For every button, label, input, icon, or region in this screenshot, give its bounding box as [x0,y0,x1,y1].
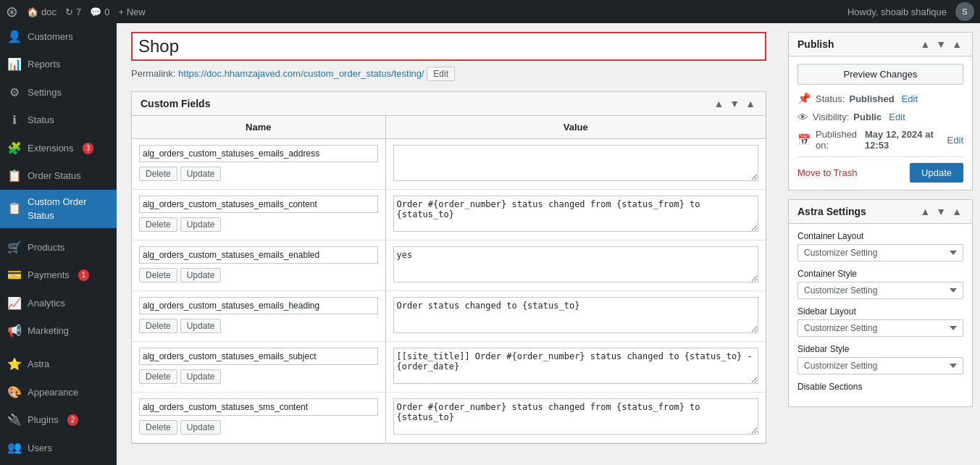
sidebar-layout-select[interactable]: Customizer Setting [797,319,963,337]
sidebar-item-astra[interactable]: ⭐ Astra [0,351,117,378]
custom-fields-header: Custom Fields ▲ ▼ ▲ [132,92,766,116]
status-edit-link[interactable]: Edit [902,93,918,104]
update-button-0[interactable]: Update [180,167,222,181]
container-layout-label: Container Layout [797,231,963,241]
avatar[interactable]: S [955,2,974,21]
plugins-badge: 2 [67,414,79,426]
cf-value-textarea-5[interactable]: Order #{order_number} status changed fro… [393,398,759,435]
delete-button-0[interactable]: Delete [139,167,177,181]
sidebar-item-analytics[interactable]: 📈 Analytics [0,290,117,317]
published-edit-link[interactable]: Edit [947,135,963,146]
container-layout-row: Container Layout Customizer Setting [797,231,963,261]
visibility-icon: 👁 [797,111,808,123]
sidebar-item-customers[interactable]: 👤 Customers [0,23,117,51]
sidebar-item-label: Status [28,114,54,127]
update-button-4[interactable]: Update [180,369,222,384]
permalink-edit-button[interactable]: Edit [427,67,455,81]
sidebar-item-tools[interactable]: 🔧 Tools [0,462,117,465]
delete-button-1[interactable]: Delete [139,217,177,232]
status-icon: 📌 [797,92,811,105]
cf-name-input-0[interactable] [139,145,378,162]
comments-link[interactable]: 💬 0 [90,7,109,17]
sidebar-item-custom-order-status[interactable]: 📋 Custom Order Status [0,190,117,227]
publish-box-body: Preview Changes 📌 Status: Published Edit… [789,56,972,190]
disable-sections-label: Disable Sections [797,382,963,392]
delete-button-2[interactable]: Delete [139,268,177,282]
sidebar-item-extensions[interactable]: 🧩 Extensions 3 [0,135,117,162]
users-icon: 👥 [7,440,22,456]
update-button-2[interactable]: Update [180,268,222,282]
publish-footer: Move to Trash Update [797,156,963,183]
delete-button-5[interactable]: Delete [139,420,177,435]
publish-collapse-down[interactable]: ▼ [934,38,947,50]
sidebar-item-payments[interactable]: 💳 Payments 1 [0,261,117,289]
sidebar-item-reports[interactable]: 📊 Reports [0,51,117,78]
publish-close[interactable]: ▲ [950,38,963,50]
cf-value-textarea-3[interactable]: Order status changed to {status_to} [393,297,759,333]
cf-name-input-3[interactable] [139,297,378,314]
sidebar-item-label: Users [28,442,52,455]
sidebar-item-label: Reports [28,58,61,71]
value-column-header: Value [385,116,766,139]
sidebar-style-select[interactable]: Customizer Setting [797,357,963,374]
updates-link[interactable]: ↻ 7 [65,7,81,17]
sidebar-item-marketing[interactable]: 📢 Marketing [0,317,117,345]
settings-icon: ⚙ [7,85,22,101]
cf-name-input-4[interactable] [139,348,378,365]
sidebar-item-status[interactable]: ℹ Status [0,106,117,134]
cf-name-cell-1: Delete Update [132,190,385,240]
cf-value-textarea-1[interactable]: Order #{order_number} status changed fro… [393,196,759,232]
update-button[interactable]: Update [910,163,963,183]
astra-collapse-down[interactable]: ▼ [934,206,947,217]
customers-icon: 👤 [7,29,22,45]
astra-box-body: Container Layout Customizer Setting Cont… [789,224,972,406]
sidebar-item-products[interactable]: 🛒 Products [0,234,117,261]
cf-name-cell-3: Delete Update [132,291,385,342]
published-row: 📅 Published on: May 12, 2024 at 12:53 Ed… [797,129,963,151]
delete-button-3[interactable]: Delete [139,319,177,333]
custom-fields-metabox: Custom Fields ▲ ▼ ▲ Name Value [131,91,766,444]
move-to-trash-link[interactable]: Move to Trash [797,167,857,178]
visibility-row: 👁 Visibility: Public Edit [797,111,963,123]
wp-logo-icon[interactable]: ⊛ [6,3,18,20]
metabox-close[interactable]: ▲ [744,98,757,109]
sidebar-item-users[interactable]: 👥 Users [0,434,117,461]
sidebar-item-label: Analytics [28,297,65,310]
sidebar-item-settings[interactable]: ⚙ Settings [0,79,117,106]
table-row: Delete Update Order #{order_number} stat… [132,190,766,240]
container-style-label: Container Style [797,269,963,279]
container-style-select[interactable]: Customizer Setting [797,282,963,299]
astra-close[interactable]: ▲ [950,206,963,217]
container-layout-select[interactable]: Customizer Setting [797,244,963,261]
sidebar-item-label: Custom Order Status [28,196,109,222]
cf-value-textarea-4[interactable]: [[site_title]] Order #{order_number} sta… [393,348,759,384]
sidebar-item-appearance[interactable]: 🎨 Appearance [0,379,117,406]
page-title-input[interactable] [138,36,759,56]
metabox-collapse-up[interactable]: ▲ [712,98,725,109]
new-button[interactable]: + New [118,7,145,17]
delete-button-4[interactable]: Delete [139,369,177,384]
cf-value-textarea-0[interactable] [393,145,759,181]
site-link[interactable]: 🏠 doc [27,7,56,17]
astra-title: Astra Settings [797,206,866,217]
publish-box: Publish ▲ ▼ ▲ Preview Changes 📌 Status: … [788,32,973,190]
preview-changes-button[interactable]: Preview Changes [797,64,963,85]
permalink-url[interactable]: https://doc.hhamzajaved.com/custom_order… [178,68,424,79]
sidebar-item-order-status[interactable]: 📋 Order Status [0,162,117,190]
plugins-icon: 🔌 [7,412,22,428]
update-button-1[interactable]: Update [180,217,222,232]
update-button-5[interactable]: Update [180,420,222,435]
astra-collapse-up[interactable]: ▲ [918,206,931,217]
visibility-edit-link[interactable]: Edit [889,112,905,122]
metabox-collapse-down[interactable]: ▼ [728,98,741,109]
cf-name-input-5[interactable] [139,398,378,416]
cf-value-textarea-2[interactable]: yes [393,246,759,282]
cf-name-input-2[interactable] [139,246,378,264]
cf-name-input-1[interactable] [139,196,378,213]
astra-settings-box: Astra Settings ▲ ▼ ▲ Container Layout Cu… [788,199,973,407]
update-button-3[interactable]: Update [180,319,222,333]
payments-icon: 💳 [7,267,22,283]
cf-value-cell-3: Order status changed to {status_to} [385,291,766,342]
sidebar-item-plugins[interactable]: 🔌 Plugins 2 [0,406,117,434]
publish-collapse-up[interactable]: ▲ [918,38,931,50]
